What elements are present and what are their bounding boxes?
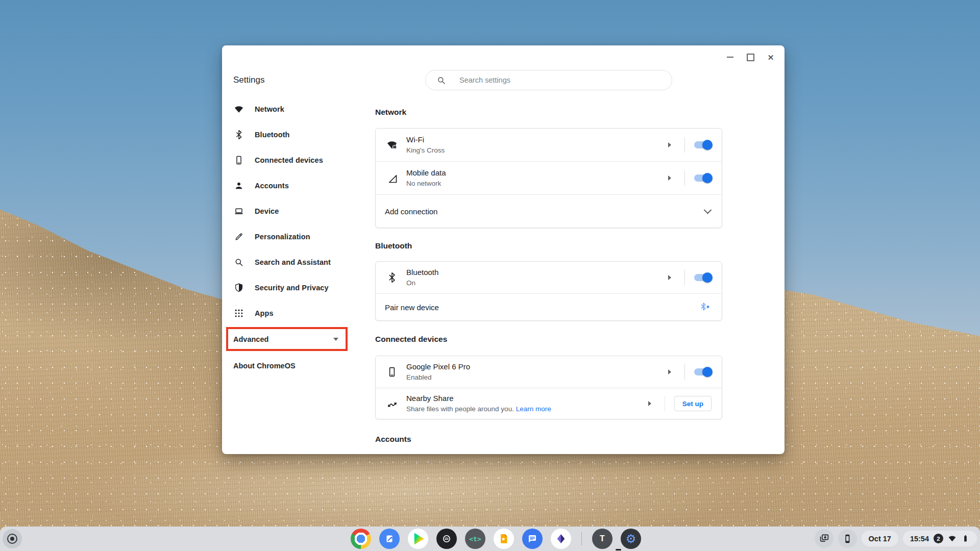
gear-icon: ⚙ [626,533,636,545]
chevron-right-icon [668,275,671,280]
nearby-share-row[interactable]: Nearby Share Share files with people aro… [376,388,722,419]
sidebar-item-label: Security and Privacy [255,284,329,292]
shelf-separator [581,532,582,545]
bluetooth-plus-icon [699,301,710,314]
expand-chevron-icon [704,206,712,214]
chevron-right-icon [648,401,651,406]
chrome-icon[interactable] [351,529,371,549]
smartphone-icon [233,155,244,166]
screen-capture-icon [818,533,830,544]
docs-app-icon[interactable] [494,529,514,549]
avatar-letter: T [600,534,605,543]
row-title: Nearby Share [406,393,644,404]
bluetooth-toggle[interactable] [694,274,712,281]
divider [665,396,665,411]
row-title: Wi-Fi [406,135,664,145]
sidebar-item-device[interactable]: Device [222,198,368,224]
bluetooth-icon [233,129,244,140]
wifi-toggle[interactable] [694,141,712,148]
date-label: Oct 17 [869,535,891,543]
search-bar[interactable] [425,70,672,90]
sidebar-item-accounts[interactable]: Accounts [222,173,368,198]
sidebar-item-apps[interactable]: Apps [222,300,368,326]
maximize-button[interactable] [744,51,757,64]
notes-app-icon[interactable] [379,529,400,549]
screen-capture-button[interactable] [815,529,834,548]
search-icon [436,76,446,85]
prism-app-icon[interactable] [551,529,571,549]
window-controls: ✕ [723,51,777,64]
sidebar-item-network[interactable]: Network [222,96,368,122]
mobile-signal-icon [386,172,398,184]
page-title: Settings [233,75,264,85]
person-icon [233,180,244,191]
status-area[interactable]: 15:54 2 [903,531,977,546]
row-title: Bluetooth [406,267,664,278]
play-store-icon[interactable] [408,529,428,549]
phone-hub-button[interactable] [838,529,857,548]
mobile-data-row[interactable]: Mobile data No network [376,161,722,194]
settings-app-icon[interactable]: ⚙ [621,529,641,549]
date-pill[interactable]: Oct 17 [862,531,898,546]
pair-new-device-label: Pair new device [385,303,439,312]
sidebar-item-label: Personalization [255,233,310,241]
search-input[interactable] [458,76,672,85]
shelf-apps: <t> T ⚙ [351,529,641,549]
add-connection-label: Add connection [385,207,437,216]
active-app-indicator [616,549,621,550]
row-subtitle: Share files with people around you. Lear… [406,404,644,414]
pixel-device-row[interactable]: Google Pixel 6 Pro Enabled [376,356,722,388]
chevron-right-icon [668,142,671,147]
sidebar-item-advanced annotation-red-box[interactable]: Advanced [226,327,348,351]
launcher-button[interactable] [3,529,22,548]
sidebar-item-bluetooth[interactable]: Bluetooth [222,122,368,147]
divider [684,170,685,186]
about-label: About ChromeOS [233,362,296,370]
network-card: Wi-Fi King's Cross Mobile data No networ… [375,128,722,228]
sidebar-item-label: Bluetooth [255,131,290,139]
sidebar-item-about-chromeos[interactable]: About ChromeOS [222,354,379,378]
section-heading-accounts: Accounts [375,435,411,444]
account-avatar[interactable]: T [592,529,612,549]
settings-window: ✕ Settings Network Bluetooth Connected d… [222,45,785,454]
chevron-right-icon [668,176,671,181]
media-app-icon[interactable] [436,529,457,549]
set-up-button[interactable]: Set up [674,396,712,411]
taskbar-shelf: <t> T ⚙ Oct 17 15:54 2 [0,527,980,551]
sidebar-item-security-privacy[interactable]: Security and Privacy [222,275,368,300]
row-subtitle: King's Cross [406,145,664,155]
advanced-label: Advanced [233,335,268,343]
row-subtitle: No network [406,179,664,188]
mobile-data-toggle[interactable] [694,174,712,182]
minimize-button[interactable] [723,51,737,64]
sidebar-item-connected-devices[interactable]: Connected devices [222,147,368,173]
text-app-icon[interactable]: <t> [465,529,485,549]
wifi-lock-icon [386,139,398,151]
row-subtitle: On [406,278,664,288]
sidebar-item-label: Device [255,207,279,215]
sidebar-item-label: Search and Assistant [255,258,331,266]
wifi-status-icon [948,534,957,543]
sidebar-item-search-assistant[interactable]: Search and Assistant [222,249,368,275]
phone-icon [842,533,853,544]
connected-devices-card: Google Pixel 6 Pro Enabled Nearby Share … [375,356,722,419]
messages-app-icon[interactable] [522,529,543,549]
sidebar-item-personalization[interactable]: Personalization [222,224,368,249]
play-triangle [408,529,428,549]
search-icon [233,257,244,268]
pixel-toggle[interactable] [694,368,712,375]
divider [684,364,685,380]
nearby-share-icon [386,397,398,410]
bluetooth-row[interactable]: Bluetooth On [376,262,722,293]
notification-badge: 2 [934,534,943,543]
add-connection-row[interactable]: Add connection [376,194,722,228]
pair-new-device-row[interactable]: Pair new device [376,293,722,320]
learn-more-link[interactable]: Learn more [516,405,551,413]
close-button[interactable]: ✕ [764,51,777,64]
text-app-glyph: <t> [469,535,481,543]
sidebar-item-label: Connected devices [255,156,323,164]
row-title: Mobile data [406,168,664,178]
wifi-row[interactable]: Wi-Fi King's Cross [376,129,722,161]
row-title: Google Pixel 6 Pro [406,362,664,372]
sidebar: Network Bluetooth Connected devices Acco… [222,96,368,326]
